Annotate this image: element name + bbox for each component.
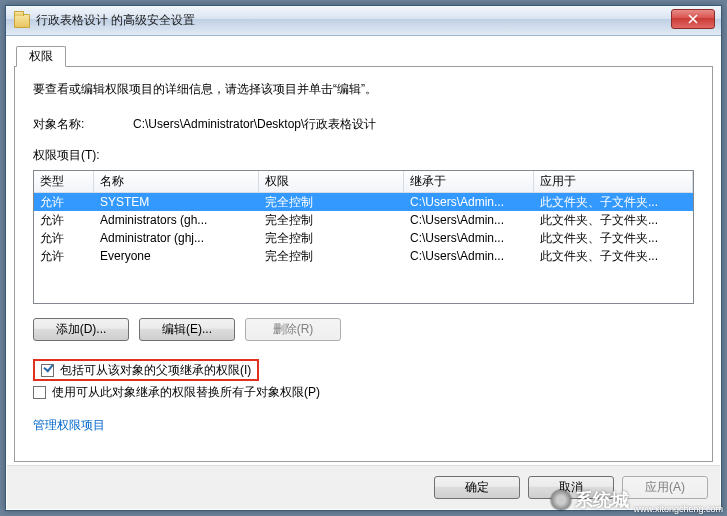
cell: 允许 [34, 211, 94, 229]
highlighted-checkbox: 包括可从该对象的父项继承的权限(I) [33, 359, 259, 381]
cell: 允许 [34, 247, 94, 265]
cell: C:\Users\Admin... [404, 247, 534, 265]
cell: C:\Users\Admin... [404, 193, 534, 211]
cell: C:\Users\Admin... [404, 229, 534, 247]
cell: Everyone [94, 247, 259, 265]
close-icon [688, 14, 698, 24]
tab-permissions[interactable]: 权限 [16, 46, 66, 67]
permissions-list-label: 权限项目(T): [33, 147, 694, 164]
cell: 允许 [34, 193, 94, 211]
checkbox-group: 包括可从该对象的父项继承的权限(I) 使用可从此对象继承的权限替换所有子对象权限… [33, 359, 694, 403]
security-dialog: 行政表格设计 的高级安全设置 权限 要查看或编辑权限项目的详细信息，请选择该项目… [5, 5, 722, 511]
replace-checkbox-label: 使用可从此对象继承的权限替换所有子对象权限(P) [52, 384, 320, 401]
object-name-row: 对象名称: C:\Users\Administrator\Desktop\行政表… [33, 116, 694, 133]
object-name-label: 对象名称: [33, 116, 133, 133]
replace-checkbox[interactable] [33, 386, 46, 399]
table-row[interactable]: 允许SYSTEM完全控制C:\Users\Admin...此文件夹、子文件夹..… [34, 193, 693, 211]
client-area: 权限 要查看或编辑权限项目的详细信息，请选择该项目并单击“编辑”。 对象名称: … [14, 44, 713, 462]
inherit-checkbox[interactable] [41, 364, 54, 377]
manage-permissions-link[interactable]: 管理权限项目 [33, 417, 105, 434]
col-permission[interactable]: 权限 [259, 171, 404, 192]
folder-icon [14, 14, 30, 28]
button-row: 添加(D)... 编辑(E)... 删除(R) [33, 318, 694, 341]
cell: 完全控制 [259, 211, 404, 229]
col-apply-to[interactable]: 应用于 [534, 171, 693, 192]
cell: 此文件夹、子文件夹... [534, 211, 693, 229]
tab-pane: 要查看或编辑权限项目的详细信息，请选择该项目并单击“编辑”。 对象名称: C:\… [14, 66, 713, 462]
cell: SYSTEM [94, 193, 259, 211]
ok-button[interactable]: 确定 [434, 476, 520, 499]
add-button[interactable]: 添加(D)... [33, 318, 129, 341]
close-button[interactable] [671, 9, 715, 29]
table-row[interactable]: 允许Administrator (ghj...完全控制C:\Users\Admi… [34, 229, 693, 247]
col-inherited-from[interactable]: 继承于 [404, 171, 534, 192]
table-row[interactable]: 允许Everyone完全控制C:\Users\Admin...此文件夹、子文件夹… [34, 247, 693, 265]
cell: 此文件夹、子文件夹... [534, 193, 693, 211]
apply-button: 应用(A) [622, 476, 708, 499]
cancel-button[interactable]: 取消 [528, 476, 614, 499]
cell: 完全控制 [259, 247, 404, 265]
col-name[interactable]: 名称 [94, 171, 259, 192]
dialog-footer: 确定 取消 应用(A) [7, 465, 720, 509]
remove-button: 删除(R) [245, 318, 341, 341]
listview-body: 允许SYSTEM完全控制C:\Users\Admin...此文件夹、子文件夹..… [34, 193, 693, 265]
tab-strip: 权限 [14, 44, 713, 66]
cell: 此文件夹、子文件夹... [534, 229, 693, 247]
table-row[interactable]: 允许Administrators (gh...完全控制C:\Users\Admi… [34, 211, 693, 229]
permissions-listview[interactable]: 类型 名称 权限 继承于 应用于 允许SYSTEM完全控制C:\Users\Ad… [33, 170, 694, 304]
cell: 允许 [34, 229, 94, 247]
cell: 完全控制 [259, 229, 404, 247]
cell: Administrator (ghj... [94, 229, 259, 247]
window-title: 行政表格设计 的高级安全设置 [36, 12, 671, 29]
object-name-value: C:\Users\Administrator\Desktop\行政表格设计 [133, 116, 376, 133]
edit-button[interactable]: 编辑(E)... [139, 318, 235, 341]
inherit-checkbox-label: 包括可从该对象的父项继承的权限(I) [60, 362, 251, 379]
cell: C:\Users\Admin... [404, 211, 534, 229]
title-bar[interactable]: 行政表格设计 的高级安全设置 [6, 6, 721, 36]
instruction-text: 要查看或编辑权限项目的详细信息，请选择该项目并单击“编辑”。 [33, 81, 694, 98]
listview-header: 类型 名称 权限 继承于 应用于 [34, 171, 693, 193]
cell: Administrators (gh... [94, 211, 259, 229]
col-type[interactable]: 类型 [34, 171, 94, 192]
replace-checkbox-row: 使用可从此对象继承的权限替换所有子对象权限(P) [33, 381, 694, 403]
cell: 此文件夹、子文件夹... [534, 247, 693, 265]
cell: 完全控制 [259, 193, 404, 211]
